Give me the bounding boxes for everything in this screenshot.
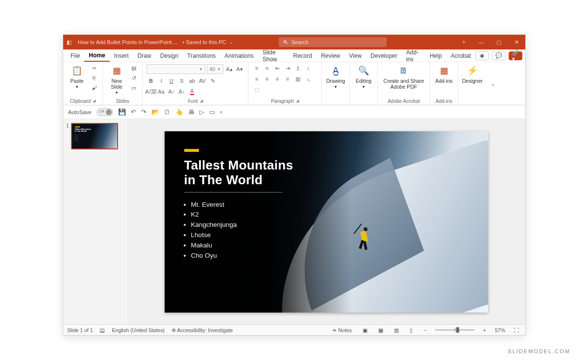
list-item[interactable]: Makalu <box>191 241 237 251</box>
indent-increase-button[interactable]: ⇥ <box>283 64 292 72</box>
zoom-out-button[interactable]: − <box>421 327 428 333</box>
document-title[interactable]: How to Add Bullet Points in PowerPoint..… <box>75 39 181 45</box>
paste-button[interactable]: 📋 Paste ▼ <box>67 64 87 89</box>
increase-font-button[interactable]: A▴ <box>225 65 234 73</box>
bold-button[interactable]: B <box>147 77 155 85</box>
thumbnail-1[interactable]: Tallest MountainsIn The World • ——• ——• … <box>71 123 118 149</box>
normal-view-button[interactable]: ▣ <box>361 327 369 333</box>
tab-file[interactable]: File <box>66 50 84 61</box>
new-file-button[interactable]: 🗋 <box>164 108 171 116</box>
section-button[interactable]: ▭ <box>129 84 138 92</box>
touch-mode-button[interactable]: 👆 <box>175 108 183 116</box>
addins-button[interactable]: ▦ Add-ins <box>434 64 454 84</box>
spellcheck-icon[interactable]: 🕮 <box>100 327 105 333</box>
save-status-chevron-icon[interactable]: ⌄ <box>228 40 235 45</box>
tab-view[interactable]: View <box>344 50 366 61</box>
drawing-button[interactable]: A̲ Drawing ▼ <box>326 64 345 89</box>
from-beginning-button[interactable]: ▷ <box>199 108 204 116</box>
autosave-toggle[interactable]: Off <box>97 108 113 116</box>
comments-button[interactable]: 💬 <box>492 51 506 60</box>
format-painter-button[interactable]: 🖌 <box>90 84 98 92</box>
create-pdf-button[interactable]: 🗎 Create and Share Adobe PDF <box>382 64 426 90</box>
save-status[interactable]: • Saved to this PC <box>181 39 228 45</box>
new-slide-button[interactable]: ▦ New Slide ▼ <box>107 64 126 95</box>
layout-button[interactable]: ▤ <box>129 64 138 72</box>
list-item[interactable]: Kangchenjunga <box>191 220 237 230</box>
tab-review[interactable]: Review <box>317 50 344 61</box>
font-color-button[interactable]: A <box>188 88 196 96</box>
font-launcher-icon[interactable]: ◢ <box>200 98 203 104</box>
qat-more-button[interactable]: ≡ <box>220 110 222 115</box>
notes-button[interactable]: ≐ Notes <box>330 327 353 333</box>
camera-record-button[interactable]: ◉ <box>475 51 489 60</box>
tab-design[interactable]: Design <box>156 50 183 61</box>
underline-button[interactable]: U <box>167 77 176 85</box>
numbering-button[interactable]: ≡ <box>263 64 271 72</box>
paragraph-launcher-icon[interactable]: ◢ <box>296 98 299 104</box>
tab-help[interactable]: Help <box>425 50 446 61</box>
columns-button[interactable]: ▥ <box>294 75 302 83</box>
slide-thumbnail-pane[interactable]: 1 Tallest MountainsIn The World • ——• ——… <box>63 119 127 324</box>
tab-transitions[interactable]: Transitions <box>183 50 220 61</box>
zoom-slider[interactable] <box>435 329 474 331</box>
tab-draw[interactable]: Draw <box>133 50 156 61</box>
line-spacing-button[interactable]: ‡ <box>294 64 302 72</box>
text-direction-button[interactable]: ↕ <box>304 64 313 72</box>
font-size-select[interactable]: 40▼ <box>207 64 223 74</box>
tab-home[interactable]: Home <box>84 50 109 62</box>
tab-insert[interactable]: Insert <box>110 50 133 61</box>
list-item[interactable]: Mt. Everest <box>191 200 237 210</box>
indent-decrease-button[interactable]: ⇤ <box>273 64 282 72</box>
language-status[interactable]: English (United States) <box>112 327 165 333</box>
tab-record[interactable]: Record <box>289 50 317 61</box>
slideshow-view-button[interactable]: ▯ <box>408 327 415 333</box>
align-right-button[interactable]: ≡ <box>273 75 282 83</box>
tab-animations[interactable]: Animations <box>220 50 258 61</box>
accessibility-status[interactable]: ✲ Accessibility: Investigate <box>172 327 233 333</box>
maximize-button[interactable]: ▢ <box>490 35 508 49</box>
convert-smartart-button[interactable]: ⬚ <box>252 86 261 94</box>
font-grow-button[interactable]: A↑ <box>167 88 176 96</box>
save-button[interactable]: 💾 <box>118 108 126 116</box>
reset-button[interactable]: ↺ <box>129 74 138 82</box>
strikethrough-button[interactable]: S <box>177 77 186 85</box>
slide-sorter-button[interactable]: ▦ <box>376 327 385 333</box>
list-item[interactable]: K2 <box>191 210 237 220</box>
tab-acrobat[interactable]: Acrobat <box>446 50 475 61</box>
search-box[interactable]: 🔍︎ <box>279 37 387 47</box>
open-button[interactable]: 📂 <box>151 108 159 116</box>
fit-to-window-button[interactable]: ⛶ <box>512 327 521 333</box>
coming-soon-icon[interactable]: ✧ <box>455 35 472 49</box>
decrease-font-button[interactable]: A▾ <box>235 65 244 73</box>
minimize-button[interactable]: ― <box>472 35 490 49</box>
slide-title[interactable]: Tallest Mountainsin The World <box>184 158 294 188</box>
align-left-button[interactable]: ≡ <box>252 75 261 83</box>
change-case-button[interactable]: Aa <box>157 88 166 96</box>
zoom-in-button[interactable]: + <box>481 327 488 333</box>
font-family-select[interactable]: ▼ <box>147 64 205 74</box>
justify-button[interactable]: ≡ <box>283 75 292 83</box>
reading-view-button[interactable]: ▥ <box>392 327 401 333</box>
slide-bullet-list[interactable]: Mt. Everest K2 Kangchenjunga Lhotse Maka… <box>191 200 237 262</box>
highlight-button[interactable]: ✎ <box>208 77 217 85</box>
close-button[interactable]: ✕ <box>508 35 525 49</box>
list-item[interactable]: Cho Oyu <box>191 251 237 261</box>
align-text-button[interactable]: ⎁ <box>304 75 313 83</box>
redo-button[interactable]: ↷ <box>141 108 147 116</box>
italic-button[interactable]: I <box>157 77 166 85</box>
copy-button[interactable]: ⎘ <box>90 74 98 82</box>
slide-1[interactable]: Tallest Mountainsin The World Mt. Everes… <box>165 131 488 313</box>
quick-layout-button[interactable]: ▭ <box>209 108 215 116</box>
editing-button[interactable]: 🔍 Editing ▼ <box>354 64 373 89</box>
zoom-level[interactable]: 57% <box>495 327 505 333</box>
slide-canvas-area[interactable]: Tallest Mountainsin The World Mt. Everes… <box>127 119 525 324</box>
share-button[interactable]: 🔗 ▾ <box>509 51 522 60</box>
thumbnail-1-wrap[interactable]: 1 Tallest MountainsIn The World • ——• ——… <box>66 123 124 149</box>
tab-developer[interactable]: Developer <box>366 50 402 61</box>
slide-counter[interactable]: Slide 1 of 1 <box>67 327 93 333</box>
clipboard-launcher-icon[interactable]: ◢ <box>93 98 96 104</box>
print-button[interactable]: 🖶 <box>188 108 195 116</box>
cut-button[interactable]: ✂ <box>90 64 98 72</box>
char-spacing-button[interactable]: AV <box>198 77 207 85</box>
search-input[interactable] <box>291 39 383 45</box>
